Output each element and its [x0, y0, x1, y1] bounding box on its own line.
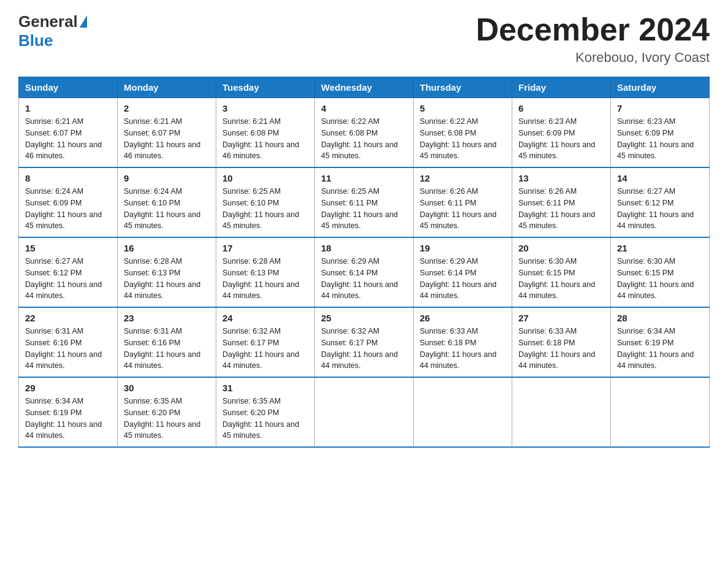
calendar-cell: 12Sunrise: 6:26 AMSunset: 6:11 PMDayligh…: [414, 167, 512, 237]
day-info: Sunrise: 6:26 AMSunset: 6:11 PMDaylight:…: [420, 186, 506, 232]
day-info: Sunrise: 6:22 AMSunset: 6:08 PMDaylight:…: [321, 116, 407, 162]
day-number: 19: [420, 243, 506, 253]
calendar-cell: 26Sunrise: 6:33 AMSunset: 6:18 PMDayligh…: [414, 307, 512, 377]
day-number: 16: [124, 243, 210, 253]
day-number: 24: [222, 313, 308, 323]
calendar-cell: 19Sunrise: 6:29 AMSunset: 6:14 PMDayligh…: [414, 237, 512, 307]
day-info: Sunrise: 6:33 AMSunset: 6:18 PMDaylight:…: [420, 326, 506, 372]
day-number: 29: [25, 383, 111, 393]
day-number: 7: [617, 103, 703, 113]
column-header-monday: Monday: [118, 77, 216, 98]
calendar-cell: 1Sunrise: 6:21 AMSunset: 6:07 PMDaylight…: [19, 98, 118, 168]
day-number: 3: [222, 103, 308, 113]
calendar-cell: 18Sunrise: 6:29 AMSunset: 6:14 PMDayligh…: [315, 237, 414, 307]
day-info: Sunrise: 6:27 AMSunset: 6:12 PMDaylight:…: [617, 186, 703, 232]
day-number: 14: [617, 173, 703, 183]
day-info: Sunrise: 6:23 AMSunset: 6:09 PMDaylight:…: [617, 116, 703, 162]
column-header-friday: Friday: [512, 77, 611, 98]
calendar-cell: 17Sunrise: 6:28 AMSunset: 6:13 PMDayligh…: [216, 237, 315, 307]
calendar-cell: 2Sunrise: 6:21 AMSunset: 6:07 PMDaylight…: [118, 98, 216, 168]
calendar-cell: 8Sunrise: 6:24 AMSunset: 6:09 PMDaylight…: [19, 167, 118, 237]
calendar-cell: 31Sunrise: 6:35 AMSunset: 6:20 PMDayligh…: [216, 377, 315, 447]
day-info: Sunrise: 6:30 AMSunset: 6:15 PMDaylight:…: [617, 256, 703, 302]
logo-general-text: General: [18, 12, 78, 31]
calendar-cell: 29Sunrise: 6:34 AMSunset: 6:19 PMDayligh…: [19, 377, 118, 447]
calendar-cell: 15Sunrise: 6:27 AMSunset: 6:12 PMDayligh…: [19, 237, 118, 307]
calendar-cell: 3Sunrise: 6:21 AMSunset: 6:08 PMDaylight…: [216, 98, 315, 168]
calendar-week-row: 1Sunrise: 6:21 AMSunset: 6:07 PMDaylight…: [19, 98, 710, 168]
day-number: 27: [518, 313, 604, 323]
calendar-cell: 20Sunrise: 6:30 AMSunset: 6:15 PMDayligh…: [512, 237, 611, 307]
calendar-cell: 7Sunrise: 6:23 AMSunset: 6:09 PMDaylight…: [611, 98, 710, 168]
calendar-cell: 10Sunrise: 6:25 AMSunset: 6:10 PMDayligh…: [216, 167, 315, 237]
calendar-cell: 5Sunrise: 6:22 AMSunset: 6:08 PMDaylight…: [414, 98, 512, 168]
day-info: Sunrise: 6:27 AMSunset: 6:12 PMDaylight:…: [25, 256, 111, 302]
day-number: 10: [222, 173, 308, 183]
location-subtitle: Korebouo, Ivory Coast: [476, 50, 710, 66]
column-header-saturday: Saturday: [611, 77, 710, 98]
calendar-header-row: SundayMondayTuesdayWednesdayThursdayFrid…: [19, 77, 710, 98]
logo-triangle-icon: [80, 15, 87, 28]
day-number: 4: [321, 103, 407, 113]
day-info: Sunrise: 6:21 AMSunset: 6:07 PMDaylight:…: [25, 116, 111, 162]
day-info: Sunrise: 6:24 AMSunset: 6:10 PMDaylight:…: [124, 186, 210, 232]
day-number: 28: [617, 313, 703, 323]
day-number: 5: [420, 103, 506, 113]
day-info: Sunrise: 6:21 AMSunset: 6:07 PMDaylight:…: [124, 116, 210, 162]
page-header: General Blue December 2024 Korebouo, Ivo…: [18, 12, 710, 66]
column-header-tuesday: Tuesday: [216, 77, 315, 98]
calendar-cell: 14Sunrise: 6:27 AMSunset: 6:12 PMDayligh…: [611, 167, 710, 237]
column-header-wednesday: Wednesday: [315, 77, 414, 98]
calendar-cell: 16Sunrise: 6:28 AMSunset: 6:13 PMDayligh…: [118, 237, 216, 307]
day-info: Sunrise: 6:34 AMSunset: 6:19 PMDaylight:…: [617, 326, 703, 372]
day-number: 23: [124, 313, 210, 323]
day-info: Sunrise: 6:26 AMSunset: 6:11 PMDaylight:…: [518, 186, 604, 232]
calendar-cell: [512, 377, 611, 447]
calendar-week-row: 8Sunrise: 6:24 AMSunset: 6:09 PMDaylight…: [19, 167, 710, 237]
calendar-cell: 22Sunrise: 6:31 AMSunset: 6:16 PMDayligh…: [19, 307, 118, 377]
calendar-cell: 11Sunrise: 6:25 AMSunset: 6:11 PMDayligh…: [315, 167, 414, 237]
day-info: Sunrise: 6:28 AMSunset: 6:13 PMDaylight:…: [222, 256, 308, 302]
day-number: 6: [518, 103, 604, 113]
calendar-cell: 27Sunrise: 6:33 AMSunset: 6:18 PMDayligh…: [512, 307, 611, 377]
title-area: December 2024 Korebouo, Ivory Coast: [476, 12, 710, 66]
day-info: Sunrise: 6:35 AMSunset: 6:20 PMDaylight:…: [222, 396, 308, 442]
logo: General Blue: [18, 12, 87, 50]
calendar-cell: 21Sunrise: 6:30 AMSunset: 6:15 PMDayligh…: [611, 237, 710, 307]
day-number: 21: [617, 243, 703, 253]
day-number: 8: [25, 173, 111, 183]
day-number: 18: [321, 243, 407, 253]
calendar-cell: [611, 377, 710, 447]
calendar-table: SundayMondayTuesdayWednesdayThursdayFrid…: [18, 77, 710, 448]
day-number: 22: [25, 313, 111, 323]
calendar-week-row: 22Sunrise: 6:31 AMSunset: 6:16 PMDayligh…: [19, 307, 710, 377]
day-info: Sunrise: 6:24 AMSunset: 6:09 PMDaylight:…: [25, 186, 111, 232]
day-number: 12: [420, 173, 506, 183]
column-header-thursday: Thursday: [414, 77, 512, 98]
logo-blue-text: Blue: [18, 31, 53, 50]
calendar-cell: 4Sunrise: 6:22 AMSunset: 6:08 PMDaylight…: [315, 98, 414, 168]
day-number: 13: [518, 173, 604, 183]
day-number: 26: [420, 313, 506, 323]
day-info: Sunrise: 6:25 AMSunset: 6:11 PMDaylight:…: [321, 186, 407, 232]
day-number: 2: [124, 103, 210, 113]
calendar-week-row: 29Sunrise: 6:34 AMSunset: 6:19 PMDayligh…: [19, 377, 710, 447]
day-number: 17: [222, 243, 308, 253]
day-info: Sunrise: 6:33 AMSunset: 6:18 PMDaylight:…: [518, 326, 604, 372]
day-info: Sunrise: 6:21 AMSunset: 6:08 PMDaylight:…: [222, 116, 308, 162]
calendar-cell: 13Sunrise: 6:26 AMSunset: 6:11 PMDayligh…: [512, 167, 611, 237]
calendar-cell: 23Sunrise: 6:31 AMSunset: 6:16 PMDayligh…: [118, 307, 216, 377]
day-info: Sunrise: 6:29 AMSunset: 6:14 PMDaylight:…: [321, 256, 407, 302]
calendar-cell: 9Sunrise: 6:24 AMSunset: 6:10 PMDaylight…: [118, 167, 216, 237]
day-info: Sunrise: 6:22 AMSunset: 6:08 PMDaylight:…: [420, 116, 506, 162]
day-number: 20: [518, 243, 604, 253]
day-info: Sunrise: 6:34 AMSunset: 6:19 PMDaylight:…: [25, 396, 111, 442]
calendar-cell: 6Sunrise: 6:23 AMSunset: 6:09 PMDaylight…: [512, 98, 611, 168]
day-info: Sunrise: 6:28 AMSunset: 6:13 PMDaylight:…: [124, 256, 210, 302]
day-number: 11: [321, 173, 407, 183]
day-info: Sunrise: 6:30 AMSunset: 6:15 PMDaylight:…: [518, 256, 604, 302]
day-info: Sunrise: 6:32 AMSunset: 6:17 PMDaylight:…: [321, 326, 407, 372]
day-number: 15: [25, 243, 111, 253]
calendar-cell: 30Sunrise: 6:35 AMSunset: 6:20 PMDayligh…: [118, 377, 216, 447]
calendar-cell: [315, 377, 414, 447]
